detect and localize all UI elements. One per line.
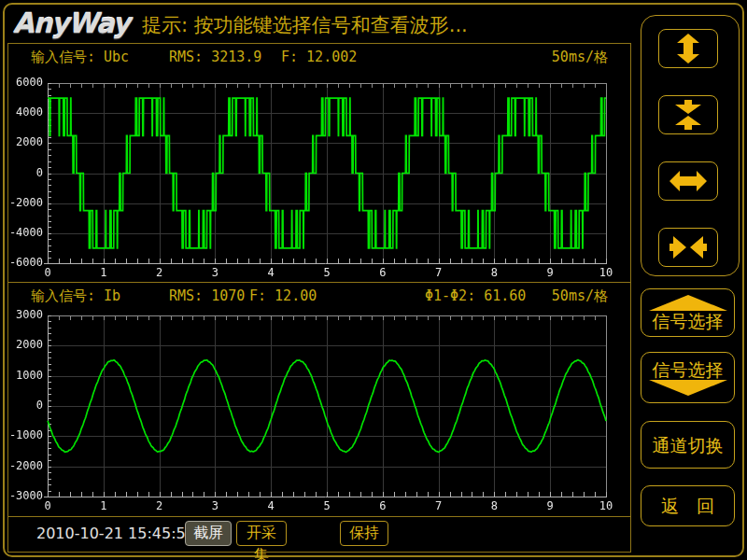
ib-signal-label: 输入信号: Ib <box>31 287 120 305</box>
ib-chart-header: 输入信号: Ib RMS: 1070 F: 12.00 Φ1-Φ2: 61.60… <box>8 283 630 307</box>
ubc-chart-header: 输入信号: Ubc RMS: 3213.9 F: 12.002 50ms/格 <box>8 44 630 68</box>
signal-select-up-button[interactable]: 信号选择 <box>641 288 735 337</box>
signal-select-down-label: 信号选择 <box>653 359 724 380</box>
datetime-text: 2010-10-21 15:45:51 <box>36 525 195 542</box>
channel-switch-label: 通道切换 <box>653 435 724 455</box>
screenshot-button[interactable]: 截屏 <box>185 521 232 546</box>
return-label: 返 回 <box>661 496 714 516</box>
ubc-rms-value: RMS: 3213.9 <box>169 49 261 65</box>
signal-select-down-button[interactable]: 信号选择 <box>641 352 735 403</box>
display-panel: 输入信号: Ubc RMS: 3213.9 F: 12.002 50ms/格 输… <box>7 43 631 553</box>
expand-horizontal-icon <box>669 166 707 196</box>
ubc-chart-panel: 输入信号: Ubc RMS: 3213.9 F: 12.002 50ms/格 <box>8 44 630 283</box>
ib-rms-value: RMS: 1070 <box>169 287 245 304</box>
collapse-horizontal-icon <box>669 232 707 262</box>
analyzer-screen: AnyWay 提示: 按功能键选择信号和查看波形... 输入信号: Ubc RM… <box>0 0 747 560</box>
ubc-signal-label: 输入信号: Ubc <box>31 49 129 66</box>
ubc-timebase-label: 50ms/格 <box>552 49 608 66</box>
expand-vertical-icon <box>669 34 707 63</box>
signal-select-up-label: 信号选择 <box>653 311 724 331</box>
return-button[interactable]: 返 回 <box>641 485 735 526</box>
triangle-up-icon <box>649 295 727 311</box>
ib-frequency-value: F: 12.00 <box>249 287 317 304</box>
ubc-waveform-canvas <box>8 68 630 283</box>
phase-difference-value: Φ1-Φ2: 61.60 <box>425 287 526 304</box>
anyway-logo: AnyWay <box>13 7 130 40</box>
hold-button[interactable]: 保持 <box>340 521 388 546</box>
triangle-down-icon <box>649 380 727 396</box>
status-bar: 2010-10-21 15:45:51 截屏 开采集 保持 <box>8 517 630 552</box>
ib-chart-panel: 输入信号: Ib RMS: 1070 F: 12.00 Φ1-Φ2: 61.60… <box>8 283 630 517</box>
channel-switch-button[interactable]: 通道切换 <box>641 421 735 469</box>
ib-waveform-canvas <box>8 307 630 517</box>
ubc-frequency-value: F: 12.002 <box>281 49 357 65</box>
collapse-horizontal-button[interactable] <box>658 228 718 267</box>
hint-text: 提示: 按功能键选择信号和查看波形... <box>142 12 468 38</box>
collapse-vertical-button[interactable] <box>658 95 718 134</box>
start-capture-button[interactable]: 开采集 <box>236 521 287 546</box>
zoom-button-group <box>641 15 740 276</box>
expand-vertical-button[interactable] <box>658 29 718 68</box>
collapse-vertical-icon <box>669 100 707 130</box>
expand-horizontal-button[interactable] <box>658 161 718 201</box>
ib-timebase-label: 50ms/格 <box>552 287 608 305</box>
